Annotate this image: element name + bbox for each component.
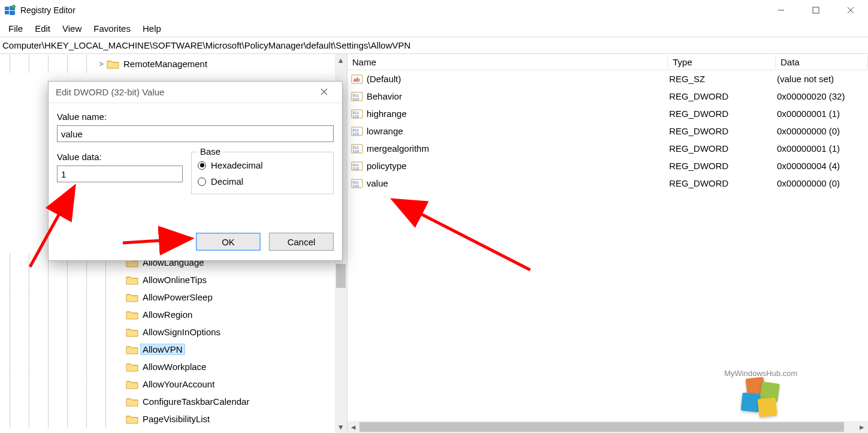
svg-text:110: 110: [353, 132, 359, 136]
column-type[interactable]: Type: [668, 55, 776, 69]
value-name: highrange: [364, 109, 667, 119]
base-fieldset: Base Hexadecimal Decimal: [191, 152, 334, 194]
svg-text:ab: ab: [353, 77, 360, 83]
address-bar[interactable]: Computer\HKEY_LOCAL_MACHINE\SOFTWARE\Mic…: [0, 37, 868, 54]
dialog-title: Edit DWORD (32-bit) Value: [56, 87, 164, 97]
values-header: Name Type Data: [347, 54, 868, 70]
values-scroll-thumb[interactable]: [359, 422, 844, 432]
radio-decimal[interactable]: Decimal: [198, 176, 327, 187]
expander-icon[interactable]: >: [96, 59, 107, 68]
tree-item[interactable]: AllowSignInOptions: [0, 323, 335, 341]
value-data-input[interactable]: [57, 166, 183, 182]
svg-rect-2: [5, 11, 9, 14]
folder-icon: [126, 362, 139, 372]
menu-edit[interactable]: Edit: [29, 22, 56, 35]
close-button[interactable]: [833, 0, 868, 20]
cancel-button[interactable]: Cancel: [269, 233, 334, 251]
tree-item[interactable]: PageVisibilityList: [0, 410, 335, 428]
value-row[interactable]: 011110BehaviorREG_DWORD0x00000020 (32): [347, 88, 868, 105]
tree-item-label: AllowRegion: [140, 309, 195, 320]
radio-dot-icon: [198, 178, 206, 186]
folder-icon: [126, 292, 139, 303]
minimize-button[interactable]: [764, 0, 799, 20]
ok-button[interactable]: OK: [196, 233, 261, 251]
svg-rect-3: [10, 11, 15, 15]
tree-item[interactable]: AllowVPN: [0, 341, 335, 358]
scroll-up-icon[interactable]: ▴: [335, 54, 347, 66]
folder-icon: [126, 344, 139, 355]
svg-text:110: 110: [353, 167, 359, 170]
tree-item-label: RemoteManagement: [121, 58, 210, 70]
radio-hexadecimal[interactable]: Hexadecimal: [198, 160, 327, 170]
radio-hex-label: Hexadecimal: [211, 160, 263, 170]
value-name: value: [364, 178, 667, 188]
folder-icon: [107, 59, 120, 70]
scroll-left-icon[interactable]: ◂: [347, 422, 359, 432]
values-panel: Name Type Data ab(Default)REG_SZ(value n…: [347, 54, 868, 433]
value-data: 0x00000000 (0): [775, 126, 868, 136]
values-list[interactable]: ab(Default)REG_SZ(value not set)011110Be…: [347, 70, 868, 421]
tree-item[interactable]: >RemoteManagement: [0, 55, 335, 73]
tree-item-label: AllowWorkplace: [140, 361, 208, 372]
tree-item[interactable]: AllowPowerSleep: [0, 288, 335, 306]
tree-item-label: AllowVPN: [140, 344, 185, 355]
value-row[interactable]: 011110valueREG_DWORD0x00000000 (0): [347, 175, 868, 192]
value-name-label: Value name:: [57, 112, 334, 122]
reg-binary-icon: 011110: [351, 91, 363, 103]
svg-text:110: 110: [353, 115, 359, 118]
reg-binary-icon: 011110: [351, 143, 363, 155]
value-type: REG_DWORD: [667, 161, 775, 171]
svg-rect-6: [813, 7, 819, 13]
close-icon: [320, 88, 328, 95]
value-row[interactable]: 011110lowrangeREG_DWORD0x00000000 (0): [347, 122, 868, 140]
reg-binary-icon: 011110: [351, 108, 363, 120]
tree-item-label: AllowSignInOptions: [140, 326, 223, 338]
menu-help[interactable]: Help: [137, 22, 167, 35]
column-name[interactable]: Name: [347, 55, 668, 69]
menu-file[interactable]: File: [2, 22, 29, 35]
value-name: (Default): [364, 74, 667, 84]
value-name-input[interactable]: [57, 125, 334, 142]
tree-item[interactable]: AllowOnlineTips: [0, 271, 335, 288]
value-type: REG_DWORD: [667, 126, 775, 136]
tree-item[interactable]: ConfigureTaskbarCalendar: [0, 393, 335, 410]
column-data[interactable]: Data: [776, 55, 868, 69]
svg-text:110: 110: [353, 184, 359, 188]
value-data: 0x00000020 (32): [775, 91, 868, 101]
value-data: 0x00000000 (0): [775, 178, 868, 188]
tree-item-label: ConfigureTaskbarCalendar: [140, 396, 252, 407]
values-h-scrollbar[interactable]: ◂ ▸: [347, 421, 868, 433]
folder-icon: [126, 379, 139, 390]
edit-dword-dialog: Edit DWORD (32-bit) Value Value name: Va…: [48, 81, 343, 261]
maximize-button[interactable]: [799, 0, 833, 20]
tree-item-label: AllowPowerSleep: [140, 291, 215, 303]
tree-item[interactable]: AllowWorkplace: [0, 358, 335, 375]
dialog-title-bar[interactable]: Edit DWORD (32-bit) Value: [49, 82, 342, 103]
svg-rect-0: [5, 7, 9, 10]
value-data: (value not set): [775, 74, 868, 84]
value-row[interactable]: 011110mergealgorithmREG_DWORD0x00000001 …: [347, 140, 868, 157]
tree-item[interactable]: AllowYourAccount: [0, 375, 335, 393]
radio-dec-label: Decimal: [211, 176, 243, 187]
dialog-close-button[interactable]: [313, 87, 335, 97]
tree-item-label: AllowYourAccount: [140, 378, 217, 390]
value-row[interactable]: ab(Default)REG_SZ(value not set): [347, 70, 868, 88]
scroll-down-icon[interactable]: ▾: [335, 421, 347, 433]
svg-text:110: 110: [353, 97, 359, 101]
menu-bar: File Edit View Favorites Help: [0, 20, 868, 37]
reg-binary-icon: 011110: [351, 178, 363, 190]
tree-item-label: PageVisibilityList: [140, 413, 212, 425]
value-row[interactable]: 011110highrangeREG_DWORD0x00000001 (1): [347, 105, 868, 122]
value-type: REG_DWORD: [667, 109, 775, 119]
menu-view[interactable]: View: [56, 22, 87, 35]
value-type: REG_SZ: [667, 74, 775, 84]
tree-item[interactable]: AllowRegion: [0, 306, 335, 323]
scroll-right-icon[interactable]: ▸: [856, 422, 868, 432]
folder-icon: [126, 396, 139, 407]
window-controls: [764, 0, 868, 20]
menu-favorites[interactable]: Favorites: [87, 22, 137, 35]
tree-scroll-thumb[interactable]: [336, 264, 346, 288]
value-name: policytype: [364, 161, 667, 171]
value-row[interactable]: 011110policytypeREG_DWORD0x00000004 (4): [347, 157, 868, 175]
folder-icon: [126, 275, 139, 285]
